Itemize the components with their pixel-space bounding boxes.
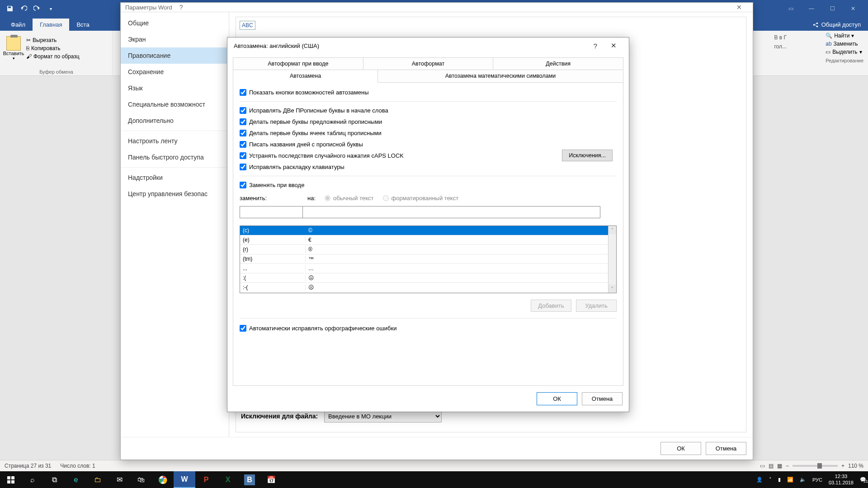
table-row[interactable]: ...…: [240, 264, 608, 273]
table-row[interactable]: :(☹: [240, 273, 608, 283]
calendar-icon[interactable]: 📅: [260, 471, 282, 488]
cb-caps-lock[interactable]: Устранять последствия случайного нажатия…: [240, 152, 617, 159]
excel-icon[interactable]: X: [217, 471, 239, 488]
delete-button[interactable]: Удалить: [576, 300, 617, 312]
find-button[interactable]: 🔍Найти ▾: [826, 33, 863, 39]
table-row[interactable]: (e)€: [240, 235, 608, 245]
options-cancel-button[interactable]: Отмена: [706, 442, 746, 455]
status-page[interactable]: Страница 27 из 31: [5, 463, 51, 469]
format-painter-button[interactable]: 🖌Формат по образц: [26, 53, 80, 60]
cb-keyboard[interactable]: Исправлять раскладку клавиатуры: [240, 164, 617, 170]
nav-save[interactable]: Сохранение: [121, 64, 229, 80]
ac-table[interactable]: (c)©(e)€(r)®(tm)™...…:(☹:-(☹ ˄ ˅: [240, 225, 617, 293]
select-button[interactable]: ▭Выделить ▾: [826, 49, 863, 55]
people-icon[interactable]: 👤: [756, 477, 763, 483]
edge-icon[interactable]: e: [65, 471, 87, 488]
start-button[interactable]: [0, 471, 22, 488]
tray-chevron-icon[interactable]: ˄: [769, 477, 772, 483]
close-icon[interactable]: ✕: [843, 2, 863, 15]
search-button[interactable]: ⌕: [22, 471, 43, 488]
ribbon-options-icon[interactable]: ▭: [780, 2, 801, 15]
cb-sentence[interactable]: Делать первые буквы предложений прописны…: [240, 118, 617, 125]
mail-icon[interactable]: ✉: [108, 471, 130, 488]
radio-formatted[interactable]: форматированный текст: [383, 195, 459, 202]
copy-button[interactable]: ⎘Копировать: [26, 45, 80, 52]
ac-cancel-button[interactable]: Отмена: [582, 392, 623, 405]
tab-insert[interactable]: Вста: [69, 19, 96, 31]
table-row[interactable]: :-(☹: [240, 283, 608, 292]
store-icon[interactable]: 🛍: [130, 471, 152, 488]
table-row[interactable]: (c)©: [240, 226, 608, 235]
nav-addins[interactable]: Надстройки: [121, 169, 229, 186]
taskview-button[interactable]: ⧉: [43, 471, 65, 488]
zoom-level[interactable]: 110 %: [848, 463, 863, 469]
scroll-up-icon[interactable]: ˄: [609, 226, 616, 234]
language-indicator[interactable]: РУС: [812, 477, 822, 483]
undo-icon[interactable]: [17, 2, 30, 15]
ac-close-button[interactable]: ✕: [604, 42, 623, 50]
explorer-icon[interactable]: 🗀: [87, 471, 108, 488]
zoom-in-button[interactable]: +: [841, 463, 844, 469]
exceptions-button[interactable]: Исключения...: [562, 150, 613, 161]
vk-icon[interactable]: В: [244, 474, 255, 485]
view-read-icon[interactable]: ▭: [760, 463, 765, 469]
cb-two-caps[interactable]: Исправлять ДВе ПРописные буквы в начале …: [240, 107, 617, 114]
ac-tab-autocorrect[interactable]: Автозамена: [233, 70, 378, 83]
tab-home[interactable]: Главная: [33, 19, 69, 31]
with-input[interactable]: [303, 206, 600, 218]
qat-customize-icon[interactable]: ▾: [44, 2, 57, 15]
paste-button[interactable]: Вставить ▾: [3, 33, 24, 64]
clock[interactable]: 12:33 03.11.2018: [829, 474, 854, 485]
nav-advanced[interactable]: Дополнительно: [121, 113, 229, 129]
radio-plain[interactable]: обычный текст: [325, 195, 374, 202]
status-words[interactable]: Число слов: 1: [60, 463, 95, 469]
options-help-button[interactable]: ?: [172, 4, 190, 11]
tab-file[interactable]: Файл: [4, 19, 33, 31]
cb-days[interactable]: Писать названия дней с прописной буквы: [240, 141, 617, 148]
ac-scrollbar[interactable]: ˄ ˅: [608, 226, 616, 293]
nav-display[interactable]: Экран: [121, 31, 229, 47]
nav-advanced-acc[interactable]: Специальные возможност: [121, 96, 229, 113]
view-print-icon[interactable]: ▤: [769, 463, 774, 469]
zoom-slider[interactable]: [793, 465, 838, 467]
maximize-icon[interactable]: ☐: [822, 2, 843, 15]
nav-qat[interactable]: Панель быстрого доступа: [121, 149, 229, 165]
battery-icon[interactable]: ▮: [778, 477, 781, 483]
cb-spell[interactable]: Автоматически исправлять орфографические…: [240, 325, 617, 332]
table-row[interactable]: (tm)™: [240, 254, 608, 264]
nav-trust-center[interactable]: Центр управления безопас: [121, 186, 229, 202]
cb-show-buttons[interactable]: Показать кнопки возможностей автозамены: [240, 89, 617, 96]
nav-proofing[interactable]: Правописание: [121, 47, 229, 64]
volume-icon[interactable]: 🔈: [800, 477, 806, 483]
replace-input[interactable]: [240, 206, 303, 218]
view-web-icon[interactable]: ▦: [777, 463, 782, 469]
ac-tab-actions[interactable]: Действия: [493, 58, 623, 70]
ac-tab-autoformat-type[interactable]: Автоформат при вводе: [233, 58, 363, 70]
ac-ok-button[interactable]: ОК: [537, 392, 577, 405]
scroll-down-icon[interactable]: ˅: [609, 285, 616, 293]
minimize-icon[interactable]: —: [801, 2, 822, 15]
word-icon[interactable]: W: [174, 471, 195, 488]
nav-language[interactable]: Язык: [121, 80, 229, 96]
replace-button[interactable]: abЗаменить: [826, 41, 863, 47]
cb-cells[interactable]: Делать первые буквы ячеек таблиц прописн…: [240, 130, 617, 136]
zoom-out-button[interactable]: −: [786, 463, 789, 469]
chrome-icon[interactable]: [152, 471, 174, 488]
add-button[interactable]: Добавить: [531, 300, 571, 312]
action-center-icon[interactable]: 💬21: [860, 477, 866, 483]
wifi-icon[interactable]: 📶: [787, 477, 793, 483]
options-close-button[interactable]: ✕: [730, 4, 748, 11]
save-icon[interactable]: [4, 2, 16, 15]
ac-tab-autoformat[interactable]: Автоформат: [363, 58, 494, 70]
share-button[interactable]: Общий доступ: [805, 19, 868, 31]
nav-customize-ribbon[interactable]: Настроить ленту: [121, 133, 229, 149]
options-ok-button[interactable]: ОК: [660, 442, 701, 455]
nav-general[interactable]: Общие: [121, 15, 229, 31]
table-row[interactable]: (r)®: [240, 245, 608, 254]
cut-button[interactable]: ✂Вырезать: [26, 37, 80, 43]
cb-replace-type[interactable]: Заменять при вводе: [240, 182, 617, 188]
powerpoint-icon[interactable]: P: [195, 471, 217, 488]
ac-help-button[interactable]: ?: [586, 42, 604, 50]
redo-icon[interactable]: [31, 2, 43, 15]
ac-tab-math[interactable]: Автозамена математическими символами: [378, 70, 623, 82]
